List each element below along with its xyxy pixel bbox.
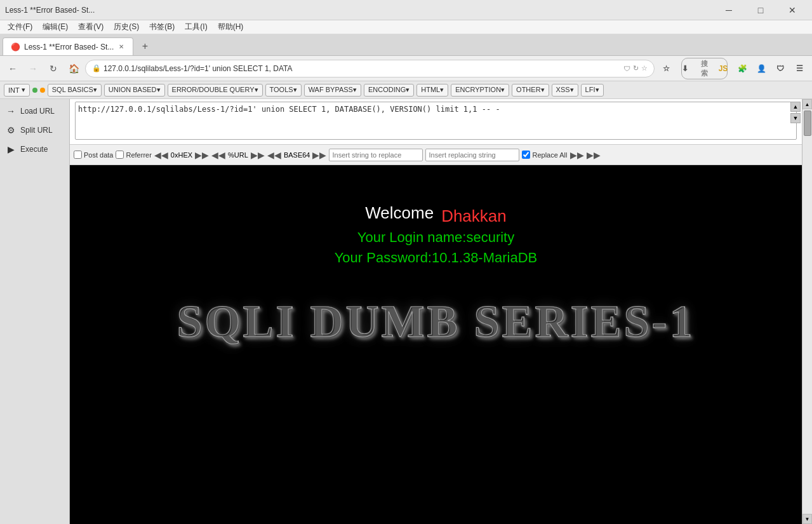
back-button[interactable]: ← [4, 60, 22, 77]
scroll-down-button[interactable]: ▼ [802, 514, 812, 524]
address-input[interactable] [103, 64, 621, 73]
execute-button[interactable]: ▶ Execute [0, 140, 69, 159]
replace-all-checkbox[interactable] [522, 151, 530, 159]
scroll-track[interactable] [802, 109, 812, 514]
forward-button[interactable]: → [24, 60, 42, 77]
shield2-button[interactable]: 🛡 [771, 60, 789, 77]
main-panel: http://127.0.0.1/sqlilabs/Less-1/?id=1' … [70, 99, 802, 524]
split-url-label: Split URL [20, 126, 53, 135]
left-panel: → Load URL ⚙ Split URL ▶ Execute [0, 99, 70, 524]
menu-button[interactable]: ☰ [790, 60, 808, 77]
sqli-encryption[interactable]: ENCRYPTION▾ [451, 84, 509, 97]
menu-tools[interactable]: 工具(I) [180, 20, 212, 34]
green-dot-indicator [32, 88, 37, 93]
title-bar-left: Less-1 **Error Based- St... [5, 6, 95, 15]
chevron-down-icon: ▾ [22, 86, 25, 94]
sqli-tools[interactable]: TOOLS▾ [265, 84, 302, 97]
shield-icon: 🛡 [623, 65, 630, 72]
url-textarea[interactable]: http://127.0.0.1/sqlilabs/Less-1/?id=1' … [75, 102, 797, 140]
new-tab-button[interactable]: + [136, 37, 154, 55]
sqli-lfi[interactable]: LFI▾ [581, 84, 604, 97]
post-data-checkbox-label[interactable]: Post data [74, 151, 113, 159]
hex-label: 0xHEX [171, 151, 192, 159]
sqli-toolbar: INT ▾ SQL BASICS▾ UNION BASED▾ ERROR/DOU… [0, 81, 812, 99]
load-url-label: Load URL [20, 107, 55, 116]
menu-view[interactable]: 查看(V) [73, 20, 109, 34]
load-url-button[interactable]: → Load URL [0, 102, 69, 121]
menu-bar: 文件(F) 编辑(E) 查看(V) 历史(S) 书签(B) 工具(I) 帮助(H… [0, 20, 812, 34]
side-arrows: ▲ ▼ [790, 102, 801, 123]
url-right-arrow[interactable]: ▶▶ [251, 150, 265, 160]
insert-replacing-input[interactable] [425, 149, 519, 161]
address-bar: ← → ↻ 🏠 🔒 🛡 ↻ ☆ ☆ ⬇ 搜索 JS 🧩 👤 🛡 ☰ [0, 56, 812, 81]
url-input-area: http://127.0.0.1/sqlilabs/Less-1/?id=1' … [70, 99, 802, 145]
address-input-wrap: 🔒 🛡 ↻ ☆ [85, 60, 655, 77]
web-content: Welcome Dhakkan Your Login name:security… [70, 165, 802, 524]
tab-label: Less-1 **Error Based- St... [24, 43, 114, 51]
user-name: Dhakkan [441, 206, 507, 226]
sqli-html[interactable]: HTML▾ [416, 84, 448, 97]
url-label: %URL [228, 151, 248, 159]
hex-left-arrow[interactable]: ◀◀ [154, 150, 168, 160]
arrow-down-button[interactable]: ▼ [790, 113, 801, 123]
menu-bookmarks[interactable]: 书签(B) [144, 20, 180, 34]
reload-button[interactable]: ↻ [44, 60, 62, 77]
home-button[interactable]: 🏠 [65, 60, 83, 77]
tab-bar: 🔴 Less-1 **Error Based- St... ✕ + [0, 34, 812, 56]
insert-string-input[interactable] [329, 149, 423, 161]
replace-left-arrow[interactable]: ▶▶ [570, 150, 584, 160]
referrer-checkbox[interactable] [116, 151, 124, 159]
replace-right-arrow[interactable]: ▶▶ [587, 150, 601, 160]
sqli-int-label: INT [8, 86, 20, 94]
scroll-thumb[interactable] [804, 111, 811, 136]
base64-left-arrow[interactable]: ◀◀ [267, 150, 281, 160]
orange-dot-indicator [40, 88, 45, 93]
post-data-checkbox[interactable] [74, 151, 82, 159]
close-button[interactable]: ✕ [778, 0, 807, 20]
sqli-union-based[interactable]: UNION BASED▾ [104, 84, 165, 97]
bookmark-button[interactable]: ☆ [657, 60, 675, 77]
profile-button[interactable]: 👤 [752, 60, 770, 77]
welcome-text: Welcome [365, 203, 434, 223]
sqli-waf-bypass[interactable]: WAF BYPASS▾ [304, 84, 361, 97]
referrer-checkbox-label[interactable]: Referrer [116, 151, 151, 159]
content-area: → Load URL ⚙ Split URL ▶ Execute http://… [0, 99, 812, 524]
maximize-button[interactable]: □ [746, 0, 775, 20]
menu-history[interactable]: 历史(S) [109, 20, 144, 34]
sqli-int-dropdown[interactable]: INT ▾ [4, 84, 30, 97]
url-left-arrow[interactable]: ◀◀ [211, 150, 225, 160]
lock-icon: 🔒 [92, 64, 101, 72]
arrow-up-button[interactable]: ▲ [790, 102, 801, 112]
sqli-other[interactable]: OTHER▾ [512, 84, 549, 97]
base64-right-arrow[interactable]: ▶▶ [312, 150, 326, 160]
menu-edit[interactable]: 编辑(E) [37, 20, 73, 34]
tab-favicon: 🔴 [11, 43, 20, 51]
sqli-encoding[interactable]: ENCODING▾ [364, 84, 414, 97]
load-url-icon: → [5, 105, 17, 117]
replace-all-label[interactable]: Replace All [522, 151, 567, 159]
menu-help[interactable]: 帮助(H) [213, 20, 249, 34]
reload-small-icon[interactable]: ↻ [633, 64, 639, 72]
title-bar-controls: ─ □ ✕ [714, 0, 807, 20]
split-url-button[interactable]: ⚙ Split URL [0, 121, 69, 140]
right-scrollbar: ▲ ▼ [802, 99, 812, 524]
execute-label: Execute [20, 145, 48, 154]
extensions-button[interactable]: 🧩 [733, 60, 751, 77]
toolbar-icons: ☆ ⬇ 搜索 JS 🧩 👤 🛡 ☰ [657, 60, 808, 77]
js-button[interactable]: JS [714, 60, 732, 77]
menu-file[interactable]: 文件(F) [3, 20, 37, 34]
scroll-up-button[interactable]: ▲ [802, 99, 812, 109]
sqli-sql-basics[interactable]: SQL BASICS▾ [48, 84, 102, 97]
tab-main[interactable]: 🔴 Less-1 **Error Based- St... ✕ [3, 37, 133, 55]
login-name: Your Login name:security [357, 229, 514, 246]
sqli-error-double-query[interactable]: ERROR/DOUBLE QUERY▾ [168, 84, 263, 97]
sqli-xss[interactable]: XSS▾ [552, 84, 578, 97]
password-info: Your Password:10.1.38-MariaDB [335, 250, 538, 266]
bookmark-star-icon[interactable]: ☆ [641, 64, 648, 72]
search-button[interactable]: 搜索 [695, 60, 713, 77]
tab-close-button[interactable]: ✕ [117, 43, 125, 51]
split-url-icon: ⚙ [5, 124, 17, 136]
minimize-button[interactable]: ─ [714, 0, 743, 20]
hex-right-arrow[interactable]: ▶▶ [195, 150, 209, 160]
encoding-bar: Post data Referrer ◀◀ 0xHEX ▶▶ ◀◀ %URL ▶… [70, 145, 802, 165]
